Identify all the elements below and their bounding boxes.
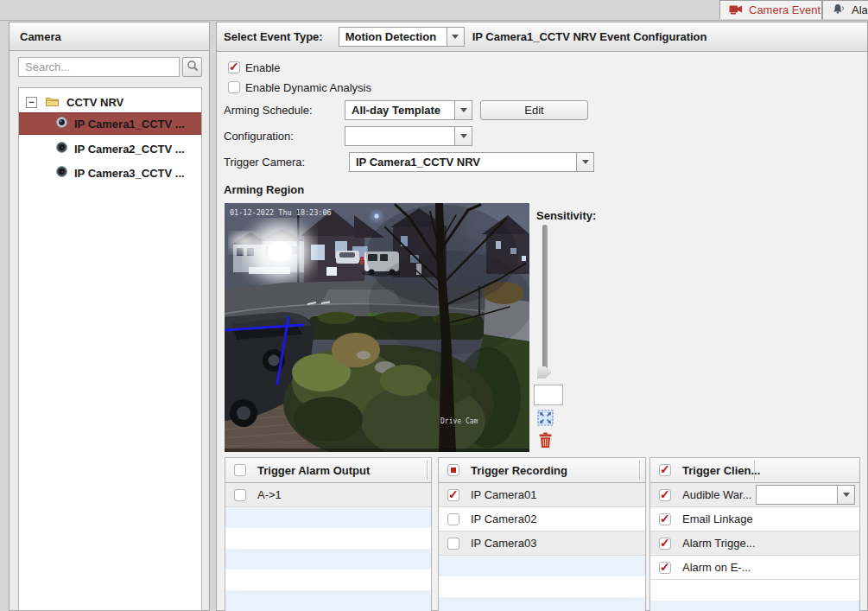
configuration-select[interactable] — [345, 126, 472, 146]
enable-checkbox[interactable] — [228, 61, 240, 73]
tab-camera-event-label: Camera Event — [749, 3, 820, 16]
table-row[interactable]: Alarm on E-... — [650, 556, 859, 580]
sensitivity-value-input[interactable] — [534, 385, 563, 405]
trigger-client-header: Trigger Clien... — [650, 458, 859, 483]
trigger-client-header-label: Trigger Clien... — [682, 464, 760, 477]
row-label: A->1 — [257, 488, 282, 501]
collapse-icon[interactable]: − — [26, 97, 37, 108]
tree-node-cctv-nrv[interactable]: − CCTV NRV — [19, 91, 201, 113]
row-label: IP Camera03 — [471, 537, 536, 550]
arming-schedule-select[interactable]: All-day Template — [345, 100, 472, 120]
row-checkbox[interactable] — [659, 513, 671, 525]
table-row[interactable]: IP Camera03 — [439, 531, 645, 556]
configuration-value — [345, 127, 454, 145]
chevron-down-icon[interactable] — [576, 153, 593, 171]
edit-button-label: Edit — [524, 104, 543, 117]
row-checkbox[interactable] — [447, 489, 459, 501]
chevron-down-icon[interactable] — [837, 486, 854, 504]
configuration-label: Configuration: — [224, 125, 294, 146]
row-checkbox[interactable] — [447, 513, 459, 525]
row-checkbox[interactable] — [659, 489, 671, 501]
trigger-alarm-output-table: Trigger Alarm Output A->1 — [225, 457, 432, 611]
enable-label: Enable — [245, 61, 280, 74]
search-input[interactable] — [18, 57, 180, 77]
sensitivity-slider-track[interactable] — [542, 225, 548, 372]
alarm-bell-icon — [832, 3, 846, 17]
trigger-recording-header-checkbox[interactable] — [447, 464, 459, 476]
sidebar-header: Camera — [10, 22, 209, 51]
row-label: Alarm Trigge... — [682, 537, 756, 550]
sensitivity-slider-handle[interactable] — [537, 366, 552, 379]
tree-item-label: IP Camera2_CCTV ... — [74, 143, 185, 156]
row-checkbox[interactable] — [234, 489, 246, 501]
expand-region-icon — [537, 416, 554, 429]
chevron-down-icon[interactable] — [454, 101, 472, 119]
tree-item-label: IP Camera3_CCTV ... — [74, 167, 185, 180]
video-watermark: Drive Cam — [440, 417, 478, 425]
empty-row — [650, 601, 859, 611]
arming-region-canvas[interactable]: 01-12-2022 Thu 18:23:06 Drive Cam — [225, 203, 529, 452]
dynamic-analysis-checkbox[interactable] — [228, 81, 240, 93]
trigger-client-table: Trigger Clien... Audible War... Email Li… — [649, 457, 860, 611]
camera-event-icon — [729, 3, 743, 17]
trigger-alarm-output-header: Trigger Alarm Output — [225, 458, 431, 483]
table-row[interactable]: Email Linkage — [650, 507, 859, 531]
edit-button[interactable]: Edit — [480, 100, 588, 120]
empty-row — [650, 580, 859, 601]
page-title: IP Camera1_CCTV NRV Event Configuration — [472, 30, 707, 43]
event-type-select[interactable]: Motion Detection — [339, 27, 465, 47]
trigger-camera-label: Trigger Camera: — [224, 151, 305, 172]
trigger-client-header-checkbox[interactable] — [659, 464, 671, 476]
empty-row — [439, 576, 645, 597]
tab-bar: Camera Event Alarm Event — [0, 0, 868, 21]
table-row[interactable]: IP Camera02 — [439, 507, 645, 531]
table-row[interactable]: IP Camera01 — [439, 483, 645, 507]
dome-camera-icon — [55, 141, 68, 156]
dynamic-analysis-label: Enable Dynamic Analysis — [245, 81, 371, 94]
empty-row — [225, 528, 431, 549]
enable-row: Enable — [228, 60, 280, 74]
tree-item-ip-camera2[interactable]: IP Camera2_CCTV ... — [19, 137, 201, 160]
header-divider — [427, 461, 428, 480]
clear-region-button[interactable] — [538, 432, 553, 451]
dome-camera-icon — [55, 116, 68, 131]
search-icon — [187, 60, 199, 74]
arming-schedule-label: Arming Schedule: — [224, 99, 313, 120]
chevron-down-icon[interactable] — [447, 28, 464, 46]
tree-item-ip-camera1[interactable]: IP Camera1_CCTV ... — [19, 112, 201, 135]
empty-row — [225, 590, 431, 611]
video-timestamp: 01-12-2022 Thu 18:23:06 — [230, 208, 332, 217]
trigger-camera-value: IP Camera1_CCTV NRV — [350, 153, 576, 171]
trigger-recording-header: Trigger Recording — [439, 458, 645, 483]
audible-warning-select[interactable] — [756, 485, 855, 505]
arming-region-label: Arming Region — [224, 179, 304, 200]
app-window: Camera Event Alarm Event Camera − — [0, 0, 868, 611]
row-checkbox[interactable] — [659, 562, 671, 574]
empty-row — [225, 570, 431, 590]
row-label: IP Camera01 — [471, 488, 536, 501]
search-button[interactable] — [182, 57, 202, 77]
table-row[interactable]: Audible War... — [650, 483, 859, 507]
tree-item-ip-camera3[interactable]: IP Camera3_CCTV ... — [19, 162, 201, 184]
table-row[interactable]: Alarm Trigge... — [650, 531, 859, 556]
row-checkbox[interactable] — [659, 538, 671, 550]
event-config-panel: Select Event Type: Motion Detection IP C… — [216, 22, 868, 611]
row-label: Audible War... — [682, 488, 751, 501]
row-checkbox[interactable] — [447, 538, 459, 550]
arming-schedule-value: All-day Template — [345, 101, 454, 119]
tab-camera-event[interactable]: Camera Event — [719, 0, 822, 19]
chevron-down-icon[interactable] — [454, 127, 472, 145]
trigger-alarm-output-header-checkbox[interactable] — [234, 464, 246, 476]
camera-sidebar: Camera − CCTV NRV IP Camera1_CCTV ... — [9, 22, 210, 611]
empty-row — [225, 507, 431, 528]
full-region-button[interactable] — [537, 410, 554, 429]
trash-icon — [538, 438, 553, 451]
trigger-camera-select[interactable]: IP Camera1_CCTV NRV — [349, 152, 594, 172]
empty-row — [225, 549, 431, 570]
table-row[interactable]: A->1 — [225, 483, 431, 507]
camera-frame-image: 01-12-2022 Thu 18:23:06 Drive Cam — [225, 203, 529, 452]
tree-node-label: CCTV NRV — [67, 96, 124, 109]
folder-icon — [45, 95, 60, 110]
tab-alarm-event[interactable]: Alarm Event — [822, 0, 868, 19]
tree-item-label: IP Camera1_CCTV ... — [74, 118, 185, 130]
